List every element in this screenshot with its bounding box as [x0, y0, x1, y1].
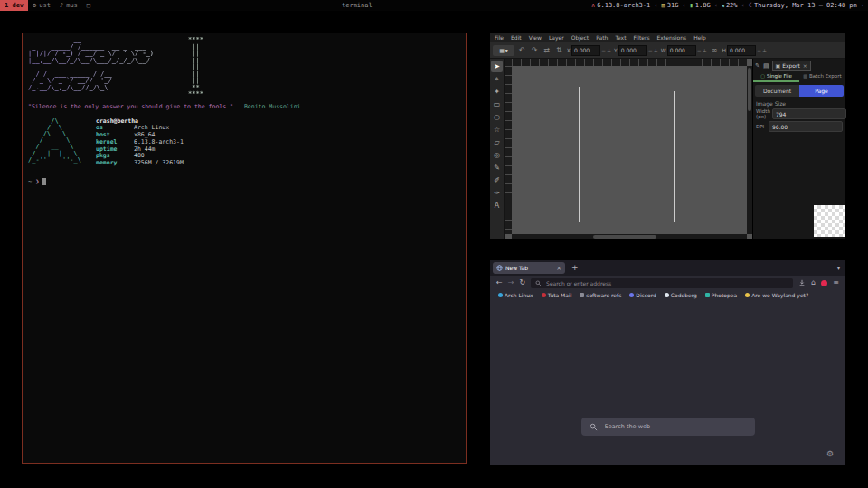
home-button[interactable]: ⌂ [811, 279, 816, 286]
list-tabs-chevron-icon[interactable]: ▾ [837, 265, 840, 271]
box-3d-tool[interactable]: ▱ [491, 136, 503, 148]
active-tab[interactable]: New Tab × [493, 262, 565, 274]
forward-button[interactable]: → [508, 279, 514, 286]
shape-builder-tool[interactable]: ✦ [491, 86, 503, 98]
calligraphy-tool[interactable]: ✑ [491, 187, 503, 199]
ellipse-tool[interactable]: ○ [491, 111, 503, 123]
document-button[interactable]: Document [755, 85, 799, 97]
pencil-tool[interactable]: ✎ [491, 162, 503, 174]
personalize-gear-icon[interactable]: ⚙ [826, 449, 834, 458]
close-icon[interactable]: × [803, 62, 807, 69]
menu-help[interactable]: Help [693, 34, 706, 41]
volume-module[interactable]: ◀ 22% [722, 2, 738, 9]
x-increment[interactable]: + [607, 47, 611, 53]
tab-title: New Tab [505, 265, 553, 271]
status-bar: 1 dev ⚙ ust ♪ mus □ terminal ∧ 6.13.8-ar… [0, 0, 868, 11]
photopea-icon [705, 293, 710, 297]
codeberg-icon [665, 293, 669, 297]
bookmark-software-refs-folder[interactable]: software refs [580, 292, 621, 298]
menu-layer[interactable]: Layer [549, 34, 564, 41]
download-icon[interactable] [798, 279, 806, 286]
node-tool[interactable]: ⌖ [491, 73, 503, 85]
menu-view[interactable]: View [529, 34, 542, 41]
workspace-empty[interactable]: □ [82, 0, 95, 11]
terminal-window[interactable]: __ **** _ _____/ /______ __ _ ___ || | |… [22, 33, 467, 464]
menu-file[interactable]: File [495, 34, 504, 41]
menu-edit[interactable]: Edit [511, 34, 522, 41]
bookmark-tuta-mail[interactable]: Tuta Mail [542, 292, 572, 298]
url-input[interactable] [544, 279, 788, 287]
page-edge-line-left [579, 87, 580, 222]
bookmark-codeberg[interactable]: Codeberg [665, 292, 697, 298]
workspace-dev[interactable]: 1 dev [0, 0, 28, 11]
shell-prompt[interactable]: ~ ❯ [28, 178, 460, 185]
bookmark-are-we-wayland-yet[interactable]: Are we Wayland yet? [745, 292, 808, 298]
menu-icon[interactable]: ≡ [833, 279, 839, 286]
rectangle-tool[interactable]: ▭ [491, 99, 503, 110]
focused-window-title: terminal [342, 0, 373, 11]
menu-extensions[interactable]: Extensions [657, 34, 687, 41]
pencil-panel-icon[interactable]: ✎ [755, 62, 760, 70]
menu-text[interactable]: Text [615, 34, 626, 41]
workspace-mus[interactable]: ♪ mus [55, 0, 82, 11]
reload-button[interactable]: ↻ [519, 279, 525, 286]
batch-export-tab[interactable]: ▥ Batch Export [799, 71, 845, 82]
layers-panel-icon[interactable]: ▤ [763, 62, 769, 70]
search-icon [535, 280, 542, 286]
export-dpi-input[interactable] [769, 121, 843, 132]
menu-filters[interactable]: Filters [634, 34, 650, 41]
x-input[interactable]: 0.000 [571, 45, 600, 56]
url-bar[interactable] [531, 278, 793, 288]
canvas-area[interactable] [505, 59, 752, 239]
flip-horizontal-icon[interactable]: ⇄ [542, 46, 552, 54]
h-decrement[interactable]: − [757, 47, 761, 53]
export-width-input[interactable] [772, 108, 846, 119]
canvas-horizontal-scrollbar[interactable] [512, 234, 747, 239]
web-search-input[interactable] [603, 422, 747, 431]
bookmark-photopea[interactable]: Photopea [705, 292, 737, 298]
quote-line: "Silence is the only answer you should g… [28, 103, 460, 110]
volume-level: 22% [726, 2, 738, 9]
bookmark-arch-linux[interactable]: Arch Linux [498, 292, 533, 298]
globe-icon [496, 265, 503, 271]
star-tool[interactable]: ☆ [491, 124, 503, 136]
vertical-scroll-thumb[interactable] [748, 68, 751, 111]
w-input[interactable]: 0.000 [667, 45, 696, 56]
menu-path[interactable]: Path [596, 34, 608, 41]
text-tool[interactable]: A [491, 200, 503, 211]
w-increment[interactable]: + [703, 47, 707, 53]
firefox-window: New Tab × + ▾ ← → ↻ ⌂ ≡ Arch Linux Tuta … [490, 260, 845, 465]
tray-chevron-icon[interactable]: ‹ [861, 2, 864, 9]
h-input[interactable]: 0.000 [727, 45, 756, 56]
bookmarks-bar: Arch Linux Tuta Mail software refs Disco… [490, 290, 845, 300]
export-tab[interactable]: ▣ Export × [772, 61, 811, 71]
select-tool[interactable]: ➤ [491, 61, 503, 72]
workspace-ust[interactable]: ⚙ ust [28, 0, 55, 11]
pen-tool[interactable]: ✐ [491, 174, 503, 186]
w-decrement[interactable]: − [697, 47, 702, 53]
tab-close-icon[interactable]: × [556, 265, 561, 272]
x-decrement[interactable]: − [601, 47, 606, 53]
new-tab-button[interactable]: + [571, 264, 579, 272]
rotate-cw-icon[interactable]: ↷ [530, 46, 540, 54]
lock-ratio-icon[interactable]: ∞ [710, 46, 720, 54]
bookmark-discord[interactable]: Discord [629, 292, 656, 298]
recording-indicator-icon[interactable] [821, 280, 827, 286]
h-increment[interactable]: + [762, 47, 767, 53]
selection-mode-dropdown[interactable]: ▦ ▾ [493, 45, 514, 56]
page-button[interactable]: Page [799, 85, 844, 97]
web-search-bar[interactable] [581, 418, 755, 436]
search-icon [590, 423, 598, 431]
horizontal-scroll-thumb[interactable] [593, 235, 656, 239]
speaker-icon: ◀ [722, 3, 724, 8]
back-button[interactable]: ← [496, 279, 503, 286]
menu-object[interactable]: Object [571, 34, 590, 41]
single-file-tab[interactable]: ▢ Single File [753, 71, 799, 82]
y-increment[interactable]: + [654, 47, 658, 53]
flip-vertical-icon[interactable]: ⇅ [554, 46, 564, 54]
y-decrement[interactable]: − [648, 47, 653, 53]
spiral-tool[interactable]: ◎ [491, 149, 503, 161]
disk-icon: ▤ [661, 2, 665, 9]
rotate-ccw-icon[interactable]: ↶ [517, 46, 527, 54]
y-input[interactable]: 0.000 [618, 45, 647, 56]
